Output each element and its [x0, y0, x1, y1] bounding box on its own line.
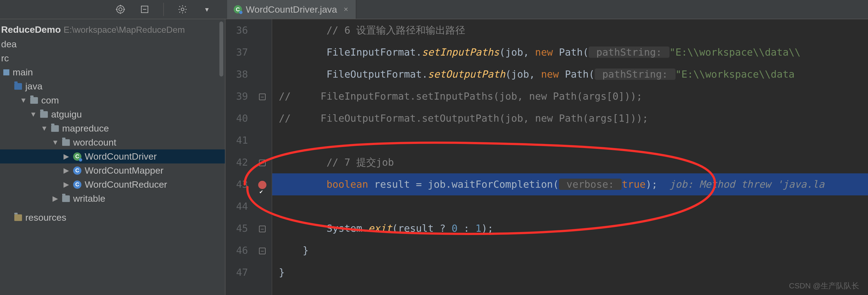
folder-icon	[30, 97, 38, 104]
editor-tab-wordcountdriver[interactable]: C WordCountDriver.java ×	[227, 0, 356, 19]
folder-icon	[51, 125, 59, 132]
line-number: 44	[225, 196, 248, 217]
code-line-36[interactable]: // 6 设置输入路径和输出路径	[272, 19, 868, 41]
csdn-watermark: CSDN @生产队队长	[789, 281, 859, 291]
code-text: .exit	[362, 223, 392, 234]
code-text: true	[622, 179, 646, 190]
code-text: System	[327, 223, 362, 234]
code-text: 1	[475, 223, 482, 234]
folder-icon	[62, 196, 70, 202]
code-text: "E:\\workspace\\data\\	[670, 47, 801, 58]
parameter-hint: verbose:	[559, 179, 622, 190]
tree-node-main[interactable]: main	[0, 65, 225, 79]
fold-region-icon[interactable]: −	[253, 239, 272, 261]
java-class-icon: C	[73, 167, 82, 175]
code-text: setInputPaths	[422, 47, 499, 58]
tree-node-wordcountmapper[interactable]: ▶ C WordCountMapper	[0, 164, 225, 177]
code-text: .	[422, 68, 428, 80]
tree-label: wordcount	[73, 137, 116, 148]
code-line-47[interactable]: }	[272, 261, 868, 284]
tree-node-resources[interactable]: resources	[0, 210, 225, 225]
code-editor[interactable]: 36 37 38 39 40 41 42 43 44 45 46 47 − −	[225, 19, 868, 295]
code-text: }	[279, 267, 285, 278]
tree-node-java[interactable]: java	[0, 79, 225, 93]
project-tree-toolbar: ▾	[0, 3, 225, 16]
select-opened-file-icon[interactable]	[115, 4, 126, 15]
chevron-down-icon[interactable]: ▼	[30, 110, 37, 119]
fold-region-icon[interactable]: −	[253, 151, 272, 173]
chevron-down-icon[interactable]: ▼	[20, 96, 27, 105]
code-text: Path(	[559, 68, 595, 80]
chevron-down-icon[interactable]: ▼	[41, 124, 48, 132]
code-text: new	[535, 47, 553, 58]
chevron-right-icon[interactable]: ▶	[52, 194, 59, 203]
code-area[interactable]: // 6 设置输入路径和输出路径 FileInputFormat.setInpu…	[272, 19, 868, 295]
folder-icon	[62, 139, 70, 146]
tree-label: resources	[25, 212, 66, 223]
java-class-icon: C	[234, 5, 242, 13]
svg-point-1	[119, 8, 122, 11]
line-number: 40	[225, 107, 248, 129]
toolbar-separator	[163, 3, 164, 16]
code-text: (job,	[499, 47, 535, 58]
java-runnable-class-icon: C	[73, 152, 82, 161]
chevron-right-icon[interactable]: ▶	[63, 166, 70, 175]
chevron-right-icon[interactable]: ▶	[63, 180, 70, 189]
code-line-38[interactable]: FileOutputFormat.setOutputPath(job, new …	[272, 63, 868, 85]
tree-label: writable	[73, 193, 105, 204]
code-line-39[interactable]: // FileInputFormat.setInputPaths(job, ne…	[272, 85, 868, 107]
code-line-41[interactable]	[272, 129, 868, 151]
folder-icon	[40, 111, 48, 118]
code-line-37[interactable]: FileInputFormat.setInputPaths(job, new P…	[272, 41, 868, 63]
chevron-right-icon[interactable]: ▶	[63, 152, 70, 161]
code-text: (result ?	[392, 223, 452, 234]
code-line-43-current[interactable]: boolean result = job.waitForCompletion( …	[272, 173, 868, 196]
tree-label: WordCountReducer	[85, 179, 167, 190]
code-text: FileInputFormat	[327, 47, 416, 58]
line-number: 47	[225, 261, 248, 284]
line-number: 45	[225, 217, 248, 239]
chevron-down-icon[interactable]: ▼	[52, 138, 59, 147]
tree-node-rc[interactable]: rc	[0, 51, 225, 65]
line-number: 36	[225, 19, 248, 41]
gear-icon[interactable]	[177, 4, 188, 15]
project-root[interactable]: ReduceDemo E:\workspace\MapReduceDem	[0, 22, 225, 37]
line-number: 42	[225, 151, 248, 173]
parameter-hint: pathString:	[589, 47, 670, 58]
chevron-down-icon[interactable]: ▾	[201, 4, 212, 15]
tree-node-atguigu[interactable]: ▼ atguigu	[0, 107, 225, 121]
top-toolbar: ▾ C WordCountDriver.java ×	[0, 0, 868, 19]
sidebar-scrollbar[interactable]	[219, 22, 223, 77]
tree-label: mapreduce	[62, 123, 109, 134]
code-line-45[interactable]: System.exit(result ? 0 : 1);	[272, 217, 868, 239]
editor-tab-bar: C WordCountDriver.java ×	[225, 0, 868, 19]
tree-label: dea	[1, 39, 17, 50]
tree-node-mapreduce[interactable]: ▼ mapreduce	[0, 121, 225, 136]
project-tree[interactable]: ReduceDemo E:\workspace\MapReduceDem dea…	[0, 19, 225, 295]
code-line-42[interactable]: // 7 提交job	[272, 151, 868, 173]
tree-node-wordcount[interactable]: ▼ wordcount	[0, 136, 225, 149]
tree-node-com[interactable]: ▼ com	[0, 93, 225, 107]
inline-debug-value: job: Method threw 'java.la	[657, 179, 824, 190]
code-line-46[interactable]: }	[272, 239, 868, 261]
tree-node-wordcountdriver[interactable]: ▶ C WordCountDriver	[0, 149, 225, 164]
code-line-44[interactable]	[272, 196, 868, 217]
tree-node-writable[interactable]: ▶ writable	[0, 191, 225, 206]
tree-node-dea[interactable]: dea	[0, 37, 225, 51]
code-text: // FileInputFormat.setInputPaths(job, ne…	[279, 91, 642, 102]
fold-region-icon[interactable]: −	[253, 217, 272, 239]
parameter-hint: pathString:	[595, 68, 676, 80]
tree-node-wordcountreducer[interactable]: ▶ C WordCountReducer	[0, 177, 225, 191]
close-icon[interactable]: ×	[344, 5, 348, 14]
code-text: .	[416, 47, 422, 58]
line-number-gutter: 36 37 38 39 40 41 42 43 44 45 46 47	[225, 19, 253, 295]
line-number: 41	[225, 129, 248, 151]
fold-region-icon[interactable]: −	[253, 85, 272, 107]
tree-label: rc	[1, 53, 9, 64]
workspace: ReduceDemo E:\workspace\MapReduceDem dea…	[0, 19, 868, 295]
code-text: }	[303, 245, 309, 256]
collapse-all-icon[interactable]	[139, 4, 150, 15]
code-text: );	[646, 179, 657, 190]
code-line-40[interactable]: // FileOutputFormat.setOutputPath(job, n…	[272, 107, 868, 129]
breakpoint-icon[interactable]	[253, 173, 272, 196]
